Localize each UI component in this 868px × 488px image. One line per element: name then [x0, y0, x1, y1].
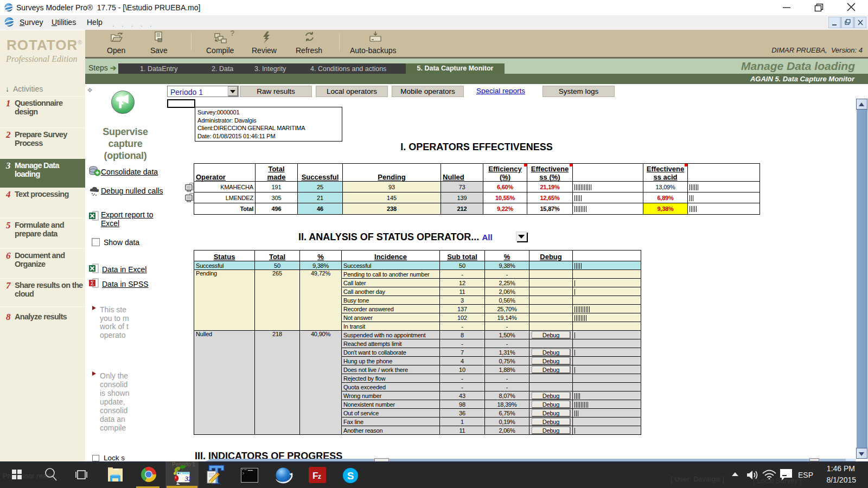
svg-text:S: S — [347, 470, 354, 481]
svg-text:F: F — [312, 471, 318, 481]
svg-text:Σ: Σ — [91, 280, 94, 286]
svg-text:z: z — [318, 473, 321, 480]
svg-text:32: 32 — [184, 475, 192, 483]
